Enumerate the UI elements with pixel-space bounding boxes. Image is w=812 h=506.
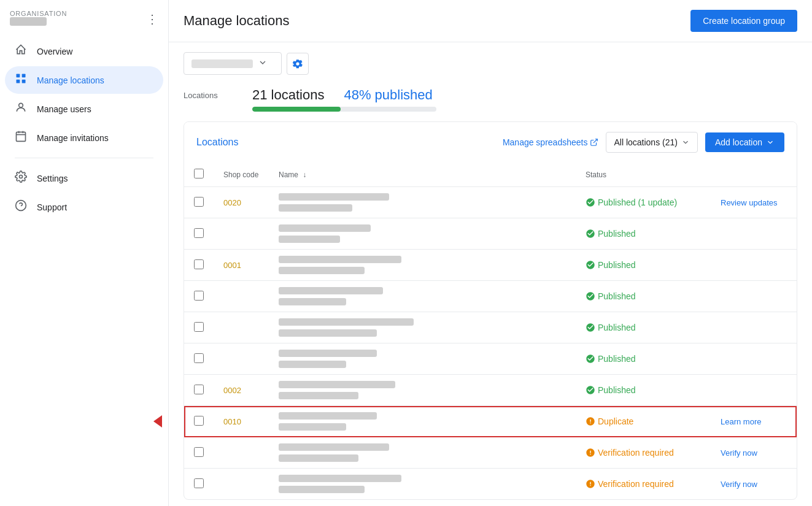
row-checkbox[interactable] [194, 228, 204, 238]
status-label: Published [598, 354, 636, 364]
name-line2 [279, 204, 352, 212]
status-badge: Duplicate [586, 416, 701, 426]
status-cell: Published [576, 250, 711, 281]
location-group-dropdown[interactable] [184, 52, 282, 75]
name-line1 [279, 381, 395, 388]
status-cell: Published [576, 375, 711, 406]
row-checkbox[interactable] [194, 259, 204, 269]
stats-published-pct: 48% published [344, 87, 432, 103]
col-name[interactable]: Name ↓ [269, 163, 576, 187]
add-location-button[interactable]: Add location [705, 132, 784, 152]
row-checkbox[interactable] [194, 291, 204, 301]
status-label: Published [598, 323, 636, 332]
sidebar-item-settings[interactable]: Settings [5, 164, 163, 192]
svg-point-9 [20, 175, 23, 178]
status-label: Published [598, 291, 636, 301]
name-line2 [279, 392, 358, 399]
sidebar-item-manage-users[interactable]: Manage users [5, 95, 163, 123]
status-label: Duplicate [598, 416, 633, 426]
row-checkbox[interactable] [194, 416, 204, 426]
action-cell [711, 218, 797, 250]
sidebar-item-label-support: Support [37, 202, 67, 212]
manage-spreadsheets-button[interactable]: Manage spreadsheets [503, 137, 599, 147]
table-header-row: Shop code Name ↓ Status [184, 163, 797, 187]
table-row: Verification required Verify now [184, 437, 797, 469]
location-name [269, 343, 576, 375]
action-link[interactable]: Learn more [721, 417, 761, 426]
status-badge: Published [586, 354, 701, 364]
name-line2 [279, 361, 346, 368]
create-location-group-button[interactable]: Create location group [690, 10, 797, 32]
col-name-label: Name [279, 171, 298, 179]
status-cell: Published [576, 281, 711, 312]
location-name [269, 218, 576, 250]
row-checkbox[interactable] [194, 322, 204, 332]
sidebar-item-manage-invitations[interactable]: Manage invitations [5, 124, 163, 151]
name-line2 [279, 329, 377, 337]
table-row: 0020 Published (1 update) Review updates [184, 187, 797, 218]
sort-icon: ↓ [303, 171, 306, 179]
all-locations-filter-dropdown[interactable]: All locations (21) [606, 132, 698, 153]
action-cell [711, 250, 797, 281]
locations-table: Shop code Name ↓ Status 0020 [184, 163, 797, 499]
locations-panel-header: Locations Manage spreadsheets All locati… [184, 122, 797, 163]
location-name [269, 312, 576, 343]
name-line2 [279, 486, 365, 493]
page-title: Manage locations [184, 13, 289, 29]
col-shop-code-label: Shop code [223, 171, 258, 179]
action-link[interactable]: Review updates [721, 198, 778, 207]
sidebar-item-label-manage-users: Manage users [37, 104, 91, 114]
row-checkbox[interactable] [194, 197, 204, 207]
more-icon[interactable]: ⋮ [146, 12, 158, 26]
grid-icon [15, 72, 27, 88]
status-badge: Published [586, 291, 701, 301]
select-all-checkbox[interactable] [194, 169, 204, 178]
action-cell [711, 281, 797, 312]
manage-spreadsheets-label: Manage spreadsheets [503, 137, 588, 147]
name-line1 [279, 350, 377, 357]
name-line1 [279, 475, 401, 482]
name-line1 [279, 443, 389, 451]
row-checkbox[interactable] [194, 353, 204, 363]
action-cell: Review updates [711, 187, 797, 218]
action-link[interactable]: Verify now [721, 480, 757, 489]
locations-panel-title: Locations [196, 137, 239, 148]
row-checkbox[interactable] [194, 478, 204, 488]
status-badge: Published (1 update) [586, 197, 701, 207]
status-label: Verification required [598, 448, 674, 458]
table-row: Published [184, 218, 797, 250]
row-checkbox[interactable] [194, 447, 204, 457]
sidebar-item-label-settings: Settings [37, 174, 68, 183]
action-link[interactable]: Verify now [721, 448, 757, 458]
name-line2 [279, 298, 346, 305]
status-badge: Published [586, 323, 701, 332]
settings-gear-button[interactable] [287, 53, 309, 75]
settings-icon [15, 171, 27, 186]
sidebar-item-manage-locations[interactable]: Manage locations [5, 66, 163, 94]
action-cell: Verify now [711, 437, 797, 469]
shop-code: 0020 [223, 198, 241, 207]
action-cell [711, 343, 797, 375]
action-cell [711, 312, 797, 343]
col-checkbox [184, 163, 214, 187]
status-cell: Verification required [576, 437, 711, 469]
status-cell: Published [576, 343, 711, 375]
sidebar-item-overview[interactable]: Overview [5, 37, 163, 65]
svg-rect-5 [17, 132, 26, 141]
filter-dropdown-label: All locations (21) [614, 137, 678, 147]
col-action [711, 163, 797, 187]
progress-bar-fill [252, 107, 341, 112]
svg-line-12 [594, 139, 597, 143]
col-shop-code: Shop code [214, 163, 269, 187]
page-content: Locations 21 locations 48% published Loc… [169, 42, 812, 506]
status-badge: Verification required [586, 448, 701, 458]
status-label: Published [598, 229, 636, 239]
locations-panel: Locations Manage spreadsheets All locati… [184, 121, 797, 500]
row-checkbox[interactable] [194, 385, 204, 394]
sidebar-item-support[interactable]: Support [5, 193, 163, 221]
name-line2 [279, 267, 365, 274]
location-name [269, 250, 576, 281]
sidebar-item-label-manage-locations: Manage locations [37, 75, 104, 85]
sidebar-nav: Overview Manage locations Manage users M… [0, 37, 168, 221]
status-cell: Verification required [576, 469, 711, 500]
